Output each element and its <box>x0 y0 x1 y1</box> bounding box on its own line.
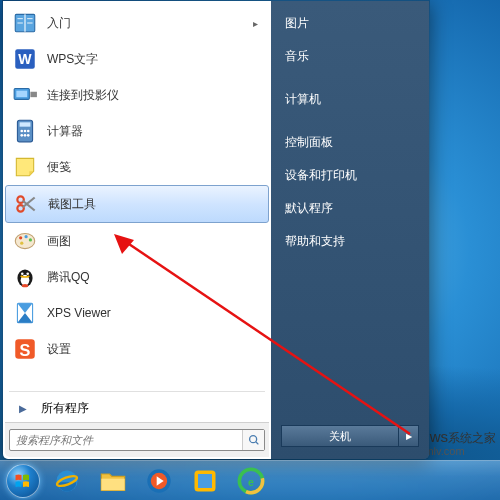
right-item-music[interactable]: 音乐 <box>271 40 429 73</box>
sticky-notes-icon <box>11 153 39 181</box>
menu-item-qq[interactable]: 腾讯QQ <box>5 259 269 295</box>
menu-item-label: 截图工具 <box>48 196 262 213</box>
chevron-right-icon: ▸ <box>253 18 263 29</box>
right-item-pictures[interactable]: 图片 <box>271 7 429 40</box>
svg-rect-5 <box>16 91 27 98</box>
projector-icon <box>11 81 39 109</box>
menu-item-label: XPS Viewer <box>47 306 263 320</box>
media-player-icon <box>145 467 173 495</box>
menu-item-getting-started[interactable]: 入门 ▸ <box>5 5 269 41</box>
right-item-computer[interactable]: 计算机 <box>271 83 429 116</box>
taskbar-wmp[interactable] <box>137 463 181 499</box>
all-programs-label: 所有程序 <box>41 400 89 417</box>
svg-point-27 <box>26 272 29 275</box>
svg-point-10 <box>24 130 27 133</box>
right-item-help-support[interactable]: 帮助和支持 <box>271 225 429 258</box>
start-button[interactable] <box>2 462 44 500</box>
svg-point-23 <box>20 242 23 245</box>
menu-item-label: 设置 <box>47 341 263 358</box>
svg-text:S: S <box>20 341 31 359</box>
taskbar-ie[interactable] <box>45 463 89 499</box>
menu-item-label: 便笺 <box>47 159 263 176</box>
xps-icon <box>11 299 39 327</box>
menu-item-sticky-notes[interactable]: 便笺 <box>5 149 269 185</box>
svg-point-21 <box>24 235 27 238</box>
triangle-right-icon: ▶ <box>19 403 35 414</box>
calculator-icon <box>11 117 39 145</box>
app-icon <box>191 467 219 495</box>
taskbar-app[interactable] <box>183 463 227 499</box>
shutdown-row: 关机 ▶ <box>281 425 419 447</box>
browser-360-icon: e <box>237 467 265 495</box>
svg-point-14 <box>27 134 30 137</box>
search-row <box>5 422 269 457</box>
divider <box>9 391 265 392</box>
svg-point-13 <box>24 134 27 137</box>
svg-rect-8 <box>20 122 31 126</box>
taskbar-explorer[interactable] <box>91 463 135 499</box>
svg-point-20 <box>19 236 22 239</box>
menu-item-label: 计算器 <box>47 123 263 140</box>
svg-line-33 <box>256 442 259 445</box>
book-icon <box>11 9 39 37</box>
menu-item-label: 腾讯QQ <box>47 269 263 286</box>
menu-item-label: 入门 <box>47 15 253 32</box>
qq-icon <box>11 263 39 291</box>
folder-icon <box>99 467 127 495</box>
menu-item-xps-viewer[interactable]: XPS Viewer <box>5 295 269 331</box>
svg-rect-6 <box>30 92 36 97</box>
menu-item-paint[interactable]: 画图 <box>5 223 269 259</box>
svg-point-28 <box>22 284 29 287</box>
svg-point-12 <box>20 134 23 137</box>
all-programs-button[interactable]: ▶ 所有程序 <box>5 394 269 422</box>
menu-item-label: 画图 <box>47 233 263 250</box>
svg-point-32 <box>250 436 257 443</box>
svg-rect-47 <box>198 474 212 488</box>
menu-item-calculator[interactable]: 计算器 <box>5 113 269 149</box>
sogou-icon: S <box>11 335 39 363</box>
start-menu-right-panel: 图片 音乐 计算机 控制面板 设备和打印机 默认程序 帮助和支持 关机 ▶ <box>271 1 429 459</box>
right-item-default-programs[interactable]: 默认程序 <box>271 192 429 225</box>
svg-point-11 <box>27 130 30 133</box>
start-menu-left-panel: 入门 ▸ W WPS文字 连接到投影仪 计算器 <box>3 1 271 459</box>
menu-item-snipping-tool[interactable]: 截图工具 <box>5 185 269 223</box>
search-icon[interactable] <box>242 430 264 450</box>
ie-icon <box>53 467 81 495</box>
svg-text:W: W <box>18 51 32 67</box>
right-item-devices-printers[interactable]: 设备和打印机 <box>271 159 429 192</box>
search-input[interactable] <box>10 434 242 446</box>
menu-item-wps[interactable]: W WPS文字 <box>5 41 269 77</box>
menu-item-label: 连接到投影仪 <box>47 87 263 104</box>
svg-rect-42 <box>101 478 124 490</box>
scissors-icon <box>12 190 40 218</box>
start-menu: 入门 ▸ W WPS文字 连接到投影仪 计算器 <box>2 0 430 460</box>
shutdown-button[interactable]: 关机 <box>281 425 399 447</box>
windows-flag-icon <box>14 472 32 490</box>
right-item-control-panel[interactable]: 控制面板 <box>271 126 429 159</box>
svg-point-9 <box>20 130 23 133</box>
paint-icon <box>11 227 39 255</box>
menu-item-sogou-settings[interactable]: S 设置 <box>5 331 269 367</box>
shutdown-more-button[interactable]: ▶ <box>399 425 419 447</box>
taskbar: e <box>0 460 500 500</box>
wps-icon: W <box>11 45 39 73</box>
search-box[interactable] <box>9 429 265 451</box>
menu-item-label: WPS文字 <box>47 51 263 68</box>
taskbar-360[interactable]: e <box>229 463 273 499</box>
svg-text:e: e <box>248 475 254 487</box>
menu-item-projector[interactable]: 连接到投影仪 <box>5 77 269 113</box>
svg-point-22 <box>29 238 32 241</box>
program-list: 入门 ▸ W WPS文字 连接到投影仪 计算器 <box>5 5 269 389</box>
svg-point-26 <box>21 272 24 275</box>
